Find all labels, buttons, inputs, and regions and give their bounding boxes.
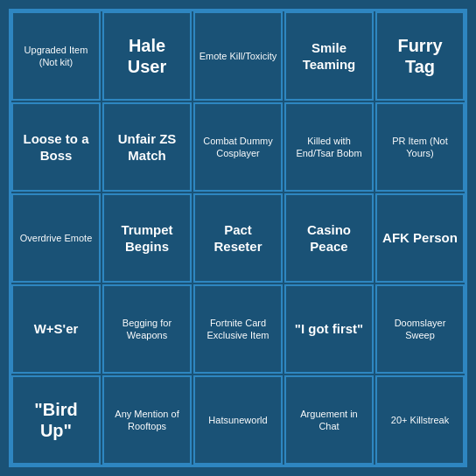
cell-text-3: Smile Teaming [290,39,368,74]
bingo-cell-3[interactable]: Smile Teaming [284,11,374,101]
cell-text-14: AFK Person [382,229,458,247]
cell-text-1: Hale User [108,35,186,77]
cell-text-6: Unfair ZS Match [108,130,186,164]
cell-text-13: Casino Peace [290,221,368,256]
cell-text-15: W+S'er [34,320,79,338]
cell-text-20: "Bird Up" [17,399,95,441]
bingo-cell-15[interactable]: W+S'er [11,284,101,374]
cell-text-19: Doomslayer Sweep [381,317,459,342]
cell-text-2: Emote Kill/Toxicity [200,50,277,62]
cell-text-9: PR Item (Not Yours) [381,135,459,160]
cell-text-12: Pact Reseter [199,221,277,256]
bingo-cell-16[interactable]: Begging for Weapons [102,284,192,374]
bingo-cell-8[interactable]: Killed with End/Tsar Bobm [284,102,374,192]
cell-text-17: Fortnite Card Exclusive Item [199,317,277,342]
bingo-cell-6[interactable]: Unfair ZS Match [102,102,192,192]
bingo-cell-9[interactable]: PR Item (Not Yours) [375,102,465,192]
bingo-cell-20[interactable]: "Bird Up" [11,375,101,465]
cell-text-0: Upgraded Item (Not kit) [17,44,95,69]
bingo-cell-4[interactable]: Furry Tag [375,11,465,101]
cell-text-5: Loose to a Boss [17,130,95,164]
bingo-cell-24[interactable]: 20+ Killstreak [375,375,465,465]
bingo-cell-0[interactable]: Upgraded Item (Not kit) [11,11,101,101]
bingo-cell-10[interactable]: Overdrive Emote [11,193,101,283]
bingo-cell-11[interactable]: Trumpet Begins [102,193,192,283]
bingo-cell-14[interactable]: AFK Person [375,193,465,283]
bingo-cell-5[interactable]: Loose to a Boss [11,102,101,192]
bingo-cell-17[interactable]: Fortnite Card Exclusive Item [193,284,283,374]
bingo-cell-7[interactable]: Combat Dummy Cosplayer [193,102,283,192]
cell-text-22: Hatsuneworld [208,414,267,426]
bingo-cell-18[interactable]: "I got first" [284,284,374,374]
bingo-cell-21[interactable]: Any Mention of Rooftops [102,375,192,465]
cell-text-4: Furry Tag [381,35,459,77]
bingo-cell-12[interactable]: Pact Reseter [193,193,283,283]
bingo-cell-23[interactable]: Arguement in Chat [284,375,374,465]
bingo-board: Upgraded Item (Not kit)Hale UserEmote Ki… [9,9,467,467]
cell-text-21: Any Mention of Rooftops [108,408,186,433]
cell-text-11: Trumpet Begins [108,221,186,256]
cell-text-7: Combat Dummy Cosplayer [199,135,277,160]
cell-text-8: Killed with End/Tsar Bobm [290,135,368,160]
bingo-cell-2[interactable]: Emote Kill/Toxicity [193,11,283,101]
bingo-cell-22[interactable]: Hatsuneworld [193,375,283,465]
cell-text-10: Overdrive Emote [20,232,93,244]
cell-text-23: Arguement in Chat [290,408,368,433]
bingo-cell-13[interactable]: Casino Peace [284,193,374,283]
cell-text-24: 20+ Killstreak [391,414,449,426]
cell-text-16: Begging for Weapons [108,317,186,342]
bingo-cell-1[interactable]: Hale User [102,11,192,101]
cell-text-18: "I got first" [295,320,363,338]
bingo-cell-19[interactable]: Doomslayer Sweep [375,284,465,374]
